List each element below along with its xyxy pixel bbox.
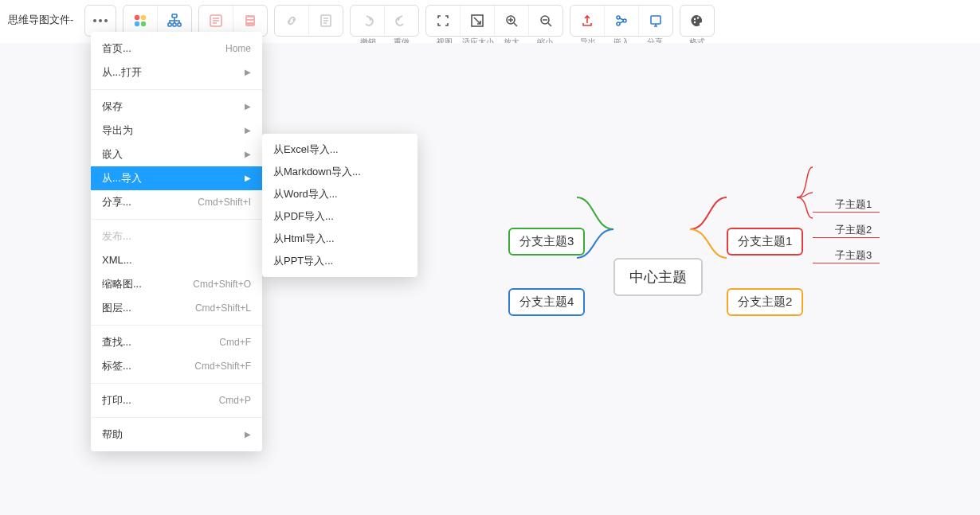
menu-print-label: 打印... xyxy=(102,392,131,409)
menu-thumbnail-shortcut: Cmd+Shift+O xyxy=(193,275,251,293)
link-icon xyxy=(284,14,299,28)
note-button xyxy=(308,6,343,36)
link-button xyxy=(275,6,308,36)
menu-help[interactable]: 帮助 ▶ xyxy=(91,423,262,447)
menu-import-from[interactable]: 从...导入 ▶ xyxy=(91,166,262,190)
menu-separator xyxy=(91,89,262,90)
menu-save[interactable]: 保存 ▶ xyxy=(91,95,262,119)
menu-print[interactable]: 打印... Cmd+P xyxy=(91,388,262,412)
submenu-import-html-label: 从Html导入... xyxy=(273,230,335,248)
menu-layers-shortcut: Cmd+Shift+L xyxy=(195,299,251,317)
menu-help-label: 帮助 xyxy=(102,426,123,443)
format-button[interactable] xyxy=(680,6,714,36)
import-submenu: 从Excel导入... 从Markdown导入... 从Word导入... 从P… xyxy=(262,134,417,277)
leaf-underline xyxy=(813,237,880,238)
menu-xml-label: XML... xyxy=(102,252,132,269)
svg-point-3 xyxy=(141,21,146,26)
embed-button[interactable] xyxy=(604,6,638,36)
menu-publish-label: 发布... xyxy=(102,228,131,245)
chevron-right-icon: ▶ xyxy=(245,64,251,81)
menu-separator xyxy=(91,383,262,384)
menu-tags-shortcut: Cmd+Shift+F xyxy=(194,357,251,375)
submenu-import-html[interactable]: 从Html导入... xyxy=(262,228,417,250)
redo-button xyxy=(384,6,418,36)
menu-open-from-label: 从...打开 xyxy=(102,64,142,81)
leaf-underline xyxy=(813,212,880,213)
mindmap-leaf1-node[interactable]: 子主题1 xyxy=(835,197,872,212)
menu-xml[interactable]: XML... xyxy=(91,248,262,272)
submenu-import-markdown[interactable]: 从Markdown导入... xyxy=(262,161,417,183)
mindmap-branch3-node[interactable]: 分支主题3 xyxy=(508,228,585,256)
menu-find[interactable]: 查找... Cmd+F xyxy=(91,330,262,354)
undo-icon xyxy=(360,14,374,28)
svg-rect-7 xyxy=(178,23,181,26)
menu-tags[interactable]: 标签... Cmd+Shift+F xyxy=(91,354,262,378)
mindmap-branch1-node[interactable]: 分支主题1 xyxy=(727,228,803,256)
fullscreen-button[interactable] xyxy=(426,6,460,36)
menu-find-shortcut: Cmd+F xyxy=(219,334,251,351)
menu-export-as-label: 导出为 xyxy=(102,122,133,139)
menu-open-from[interactable]: 从...打开 ▶ xyxy=(91,60,262,84)
menu-save-label: 保存 xyxy=(102,98,123,115)
mindmap-center-node[interactable]: 中心主题 xyxy=(613,258,703,296)
redo-icon xyxy=(394,14,409,28)
zoom-in-icon xyxy=(504,14,519,28)
svg-rect-6 xyxy=(173,23,176,26)
note-icon xyxy=(319,14,333,28)
menu-share[interactable]: 分享... Cmd+Shift+I xyxy=(91,190,262,214)
svg-point-0 xyxy=(135,15,139,20)
fit-button[interactable] xyxy=(460,6,494,36)
chevron-right-icon: ▶ xyxy=(245,146,251,163)
main-menu: 首页... Home 从...打开 ▶ 保存 ▶ 导出为 ▶ 嵌入 ▶ 从...… xyxy=(91,32,262,451)
svg-point-22 xyxy=(694,21,696,23)
brand-icon xyxy=(133,14,147,28)
embed-icon xyxy=(614,14,629,28)
svg-rect-19 xyxy=(651,16,661,24)
svg-rect-11 xyxy=(247,21,253,22)
menu-embed[interactable]: 嵌入 ▶ xyxy=(91,142,262,166)
submenu-import-ppt[interactable]: 从PPT导入... xyxy=(262,250,417,272)
menu-home[interactable]: 首页... Home xyxy=(91,37,262,60)
palette-icon xyxy=(690,14,704,28)
menu-layers[interactable]: 图层... Cmd+Shift+L xyxy=(91,296,262,320)
zoom-out-icon xyxy=(539,14,553,28)
mindmap-branch4-node[interactable]: 分支主题4 xyxy=(508,288,585,316)
mindmap-leaf3-node[interactable]: 子主题3 xyxy=(835,248,872,263)
layout-tree-icon xyxy=(167,14,182,28)
menu-share-label: 分享... xyxy=(102,193,131,211)
mindmap-branch2-node[interactable]: 分支主题2 xyxy=(727,288,803,316)
menu-home-shortcut: Home xyxy=(225,40,251,57)
svg-point-1 xyxy=(141,15,146,20)
menu-separator xyxy=(91,325,262,326)
svg-point-20 xyxy=(694,18,696,20)
submenu-import-word[interactable]: 从Word导入... xyxy=(262,183,417,205)
beautify-icon xyxy=(243,14,257,28)
menu-export-as[interactable]: 导出为 ▶ xyxy=(91,119,262,142)
submenu-import-pdf[interactable]: 从PDF导入... xyxy=(262,205,417,228)
menu-layers-label: 图层... xyxy=(102,299,131,317)
submenu-import-word-label: 从Word导入... xyxy=(273,185,338,203)
svg-point-21 xyxy=(697,17,699,18)
menu-share-shortcut: Cmd+Shift+I xyxy=(198,193,251,211)
submenu-import-ppt-label: 从PPT导入... xyxy=(273,252,333,270)
more-icon xyxy=(93,19,108,22)
chevron-right-icon: ▶ xyxy=(245,122,251,139)
menu-separator xyxy=(91,417,262,418)
export-button[interactable] xyxy=(570,6,604,36)
leaf-underline xyxy=(813,263,880,263)
share-button[interactable] xyxy=(638,6,672,36)
zoom-out-button[interactable] xyxy=(528,6,563,36)
menu-import-from-label: 从...导入 xyxy=(102,170,142,187)
chevron-right-icon: ▶ xyxy=(245,426,251,443)
file-name: 思维导图文件- xyxy=(5,5,78,27)
style-icon xyxy=(209,14,223,28)
undo-button xyxy=(351,6,384,36)
submenu-import-excel[interactable]: 从Excel导入... xyxy=(262,139,417,161)
menu-separator xyxy=(91,219,262,220)
menu-tags-label: 标签... xyxy=(102,357,131,375)
svg-rect-5 xyxy=(168,23,171,26)
menu-thumbnail[interactable]: 缩略图... Cmd+Shift+O xyxy=(91,272,262,296)
menu-print-shortcut: Cmd+P xyxy=(219,392,251,409)
zoom-in-button[interactable] xyxy=(494,6,528,36)
mindmap-leaf2-node[interactable]: 子主题2 xyxy=(835,223,872,237)
